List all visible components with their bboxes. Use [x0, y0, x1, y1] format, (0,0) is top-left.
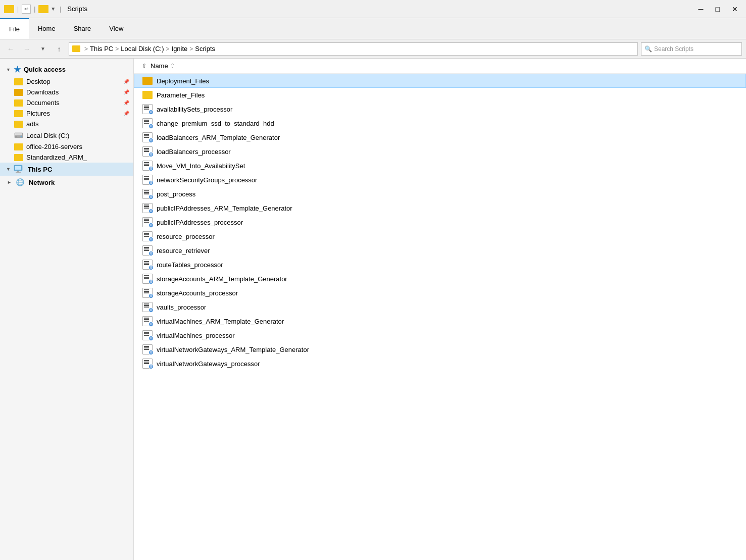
sidebar-item-pictures[interactable]: Pictures 📌 [0, 108, 133, 119]
sidebar-this-pc[interactable]: ▼ This PC [0, 163, 133, 176]
script-icon-3: ⚙ [142, 146, 153, 157]
network-chevron: ► [7, 180, 12, 185]
file-item-11[interactable]: ⚙ routeTables_processor [134, 258, 746, 272]
script-icon-16: ⚙ [142, 330, 153, 340]
file-item-12[interactable]: ⚙ storageAccounts_ARM_Template_Generator [134, 272, 746, 286]
address-bar: ← → ▼ ↑ > This PC > Local Disk (C:) > Ig… [0, 39, 746, 59]
gear-overlay-7: ⚙ [148, 209, 154, 214]
sidebar-item-local-disk[interactable]: Local Disk (C:) [0, 129, 133, 141]
file-item-5[interactable]: ⚙ networkSecurityGroups_processor [134, 173, 746, 187]
sidebar-item-desktop[interactable]: Desktop 📌 [0, 76, 133, 87]
file-item-0[interactable]: ⚙ availabilitySets_processor [134, 102, 746, 116]
network-label: Network [29, 179, 55, 186]
search-icon: 🔍 [644, 45, 652, 53]
breadcrumb-this-pc[interactable]: This PC [90, 45, 113, 53]
ribbon: File Home Share View [0, 18, 746, 39]
close-btn[interactable]: ✕ [728, 5, 742, 13]
breadcrumb-bar: > This PC > Local Disk (C:) > Ignite > S… [69, 42, 638, 56]
file-item-1[interactable]: ⚙ change_premium_ssd_to_standard_hdd [134, 116, 746, 130]
quick-access-label: Quick access [24, 66, 66, 73]
sort-arrow-icon: ⇧ [170, 63, 175, 69]
file-name-2: loadBalancers_ARM_Template_Generator [157, 134, 280, 141]
breadcrumb-ignite[interactable]: Ignite [172, 45, 188, 53]
file-item-4[interactable]: ⚙ Move_VM_Into_AvailabilitySet [134, 159, 746, 173]
file-item-15[interactable]: ⚙ virtualMachines_ARM_Template_Generator [134, 314, 746, 328]
parameter-folder-name: Parameter_Files [157, 91, 205, 99]
file-name-10: resource_retriever [157, 247, 210, 254]
breadcrumb-folder-icon [72, 45, 80, 52]
adfs-folder-icon [14, 121, 23, 128]
file-name-16: virtualMachines_processor [157, 332, 235, 339]
standardized-folder-icon [14, 154, 23, 161]
title-bar-folder2-icon [38, 5, 48, 13]
forward-button[interactable]: → [20, 42, 33, 56]
folder-item-deployment[interactable]: Deployment_Files [134, 74, 746, 88]
file-name-8: publicIPAddresses_processor [157, 219, 243, 226]
gear-overlay-17: ⚙ [148, 350, 154, 355]
sidebar-label-standardized: Standardized_ARM_ [26, 154, 87, 161]
file-name-12: storageAccounts_ARM_Template_Generator [157, 275, 287, 283]
pin-icon-documents: 📌 [123, 100, 129, 106]
sidebar-network[interactable]: ► Network [0, 176, 133, 189]
recent-locations-button[interactable]: ▼ [36, 42, 49, 56]
file-name-17: virtualNetworkGateways_ARM_Template_Gene… [157, 346, 309, 353]
script-icon-4: ⚙ [142, 161, 153, 171]
breadcrumb-local-disk[interactable]: Local Disk (C:) [121, 45, 164, 53]
file-name-4: Move_VM_Into_AvailabilitySet [157, 162, 245, 170]
title-bar-undo-btn[interactable]: ↩ [22, 5, 31, 14]
file-item-9[interactable]: ⚙ resource_processor [134, 229, 746, 243]
sidebar: ▼ ★ Quick access Desktop 📌 Downloads 📌 D… [0, 59, 134, 560]
sidebar-item-office[interactable]: office-2016-servers [0, 141, 133, 152]
gear-overlay-6: ⚙ [148, 194, 154, 199]
script-icon-5: ⚙ [142, 175, 153, 185]
sidebar-item-downloads[interactable]: Downloads 📌 [0, 87, 133, 97]
file-item-18[interactable]: ⚙ virtualNetworkGateways_processor [134, 357, 746, 371]
sidebar-item-documents[interactable]: Documents 📌 [0, 97, 133, 108]
file-item-8[interactable]: ⚙ publicIPAddresses_processor [134, 215, 746, 229]
script-icon-1: ⚙ [142, 118, 153, 128]
tab-view[interactable]: View [100, 18, 132, 39]
maximize-btn[interactable]: □ [712, 5, 724, 13]
up-button[interactable]: ↑ [53, 42, 66, 56]
file-name-14: vaults_processor [157, 303, 206, 311]
content-area: ⇧ Name ⇧ Deployment_Files Parameter_File… [134, 59, 746, 560]
file-item-17[interactable]: ⚙ virtualNetworkGateways_ARM_Template_Ge… [134, 342, 746, 357]
title-bar-separator3: | [60, 6, 61, 13]
desktop-folder-icon [14, 78, 23, 85]
file-item-6[interactable]: ⚙ post_process [134, 187, 746, 201]
office-folder-icon [14, 143, 23, 150]
gear-overlay-10: ⚙ [148, 251, 154, 256]
file-item-3[interactable]: ⚙ loadBalancers_processor [134, 144, 746, 159]
gear-overlay-12: ⚙ [148, 279, 154, 284]
minimize-btn[interactable]: ─ [694, 5, 708, 13]
gear-overlay-15: ⚙ [148, 322, 154, 327]
tab-file[interactable]: File [0, 18, 29, 39]
title-bar-icons: | ↩ | ▼ [4, 5, 56, 14]
file-name-5: networkSecurityGroups_processor [157, 176, 257, 184]
file-item-16[interactable]: ⚙ virtualMachines_processor [134, 328, 746, 342]
parameter-folder-icon [142, 91, 153, 99]
gear-overlay-14: ⚙ [148, 308, 154, 313]
file-item-7[interactable]: ⚙ publicIPAddresses_ARM_Template_Generat… [134, 201, 746, 215]
tab-share[interactable]: Share [65, 18, 101, 39]
file-item-2[interactable]: ⚙ loadBalancers_ARM_Template_Generator [134, 130, 746, 144]
sidebar-item-standardized[interactable]: Standardized_ARM_ [0, 152, 133, 163]
sort-up-arrow[interactable]: ⇧ [142, 63, 146, 69]
svg-rect-3 [15, 136, 17, 137]
sidebar-quick-access[interactable]: ▼ ★ Quick access [0, 63, 133, 76]
column-name-header[interactable]: Name ⇧ [151, 62, 175, 70]
content-header: ⇧ Name ⇧ [134, 59, 746, 74]
tab-home[interactable]: Home [29, 18, 65, 39]
search-box[interactable]: 🔍 Search Scripts [641, 42, 742, 56]
file-item-14[interactable]: ⚙ vaults_processor [134, 300, 746, 314]
title-bar-arrow: ▼ [51, 6, 56, 12]
breadcrumb-scripts[interactable]: Scripts [195, 45, 215, 53]
script-icon-12: ⚙ [142, 274, 153, 284]
folder-item-parameter[interactable]: Parameter_Files [134, 88, 746, 102]
back-button[interactable]: ← [4, 42, 17, 56]
title-bar-title: Scripts [67, 5, 87, 13]
file-item-13[interactable]: ⚙ storageAccounts_processor [134, 286, 746, 300]
file-item-10[interactable]: ⚙ resource_retriever [134, 243, 746, 258]
sidebar-item-adfs[interactable]: adfs [0, 119, 133, 129]
window-controls: ─ □ ✕ [694, 5, 742, 13]
